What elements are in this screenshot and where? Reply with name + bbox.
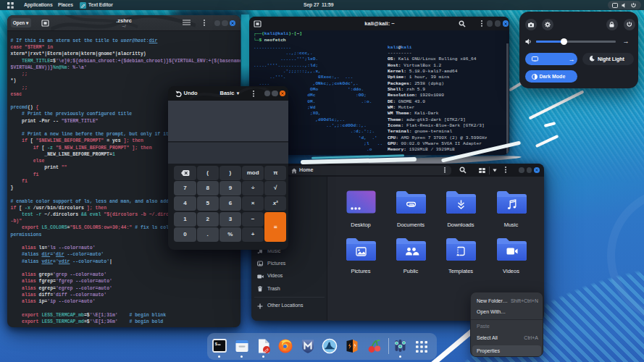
svg-text:$: $ (214, 341, 217, 346)
